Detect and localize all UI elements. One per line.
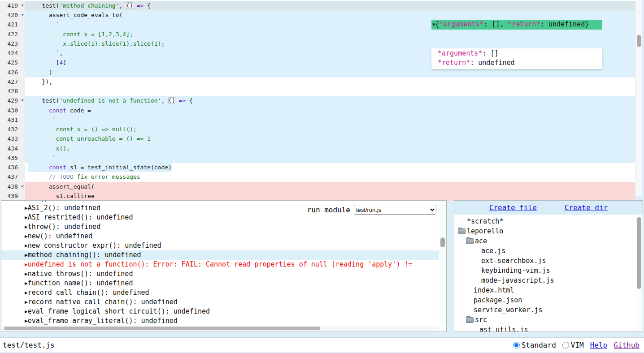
- file-tree-item[interactable]: *scratch*: [454, 216, 635, 226]
- test-result-item[interactable]: ▶undefined is not a function(): Error: F…: [1, 260, 439, 269]
- expand-triangle-icon[interactable]: ▶: [25, 280, 28, 286]
- gutter-cell[interactable]: 438: [0, 182, 25, 192]
- test-result-item[interactable]: ▶method chaining(): undefined: [1, 250, 439, 260]
- expand-triangle-icon[interactable]: ▶: [25, 233, 28, 239]
- expand-triangle-icon[interactable]: ▶: [25, 299, 28, 305]
- code-line[interactable]: 427 }),: [0, 77, 635, 87]
- tooltip-entry[interactable]: *return*: undefined: [438, 58, 602, 68]
- code-line[interactable]: 430 const code =: [0, 106, 635, 116]
- gutter-cell[interactable]: 428: [0, 86, 25, 96]
- fold-caret-icon[interactable]: [21, 4, 24, 7]
- file-tree-item[interactable]: package.json: [454, 295, 635, 305]
- code-line[interactable]: 432 const x = () => null();: [0, 125, 635, 134]
- code-line[interactable]: 429 test('undefined is not a function', …: [0, 96, 635, 106]
- gutter-cell[interactable]: 427: [0, 77, 25, 87]
- fold-caret-icon[interactable]: [21, 99, 24, 102]
- test-result-item[interactable]: ▶new(): undefined: [1, 232, 439, 241]
- code-line[interactable]: 436 const s1 = test_initial_state(code): [0, 163, 635, 172]
- help-link[interactable]: Help: [590, 341, 608, 349]
- file-tree-item[interactable]: ext-searchbox.js: [454, 256, 635, 266]
- code-line[interactable]: 435 `: [0, 153, 635, 163]
- code-line[interactable]: 431 `: [0, 115, 635, 125]
- code-line[interactable]: 433 const unreachable = () => 1: [0, 134, 635, 144]
- test-result-item[interactable]: ▶record native call chain(): undefined: [1, 297, 439, 307]
- expand-triangle-icon[interactable]: ▶: [25, 262, 28, 267]
- gutter-cell[interactable]: 423: [0, 39, 25, 49]
- gutter-cell[interactable]: 434: [0, 144, 25, 154]
- fold-caret-icon[interactable]: [21, 14, 24, 16]
- tooltip-entry[interactable]: *arguments*: []: [438, 49, 602, 58]
- code-line[interactable]: 437 // TODO fix error messages: [0, 172, 635, 182]
- code-token: 'undefined is not a function': [59, 97, 161, 104]
- expand-triangle-icon[interactable]: ▶: [25, 318, 28, 324]
- create-dir-link[interactable]: Create dir: [565, 203, 608, 212]
- file-tree-item[interactable]: service_worker.js: [454, 305, 635, 315]
- test-result-item[interactable]: ▶throw(): undefined: [1, 222, 439, 232]
- expand-triangle-icon[interactable]: ▶: [25, 252, 28, 258]
- gutter-cell[interactable]: 424: [0, 48, 25, 58]
- test-result-item[interactable]: ▶eval_frame array_literal(): undefined: [1, 316, 439, 326]
- gutter-cell[interactable]: 425: [0, 58, 25, 68]
- vim-radio-input[interactable]: [562, 342, 569, 349]
- code-token: [28, 164, 49, 171]
- fold-caret-icon[interactable]: [21, 185, 24, 188]
- create-file-link[interactable]: Create file: [489, 203, 537, 212]
- editor-scrollbar-thumb[interactable]: [637, 35, 641, 47]
- file-tree-item[interactable]: keybinding-vim.js: [454, 266, 635, 276]
- results-vertical-scrollbar-thumb[interactable]: [440, 237, 445, 247]
- standard-radio-input[interactable]: [513, 342, 520, 349]
- gutter-cell[interactable]: 436: [0, 163, 25, 172]
- keybinding-vim-radio[interactable]: VIM: [562, 341, 584, 349]
- code-token: `: [28, 155, 56, 161]
- file-tree-scrollbar[interactable]: [636, 215, 642, 331]
- gutter-cell[interactable]: 437: [0, 172, 25, 182]
- gutter-cell[interactable]: 420: [0, 10, 25, 20]
- gutter-cell[interactable]: 422: [0, 30, 25, 39]
- github-link[interactable]: Github: [614, 341, 640, 349]
- gutter-cell[interactable]: 421: [0, 20, 25, 30]
- gutter-cell[interactable]: 435: [0, 153, 25, 163]
- test-result-item[interactable]: ▶record call chain(): undefined: [1, 288, 439, 297]
- expand-triangle-icon[interactable]: ▶: [25, 271, 28, 277]
- run-module-select[interactable]: test/run.js: [354, 205, 436, 215]
- expand-triangle-icon[interactable]: ▶: [25, 309, 28, 314]
- expand-triangle-icon[interactable]: ▶: [25, 290, 28, 296]
- gutter-cell[interactable]: 432: [0, 125, 25, 134]
- code-line[interactable]: 438 assert_equal(: [0, 182, 635, 192]
- run-module-label: run module: [307, 206, 350, 214]
- results-horizontal-scrollbar-thumb[interactable]: [4, 327, 320, 330]
- file-tree-item[interactable]: leporello: [454, 226, 635, 236]
- gutter-cell[interactable]: 429: [0, 96, 25, 106]
- test-result-item[interactable]: ▶new constructor expr(): undefined: [1, 241, 439, 250]
- test-result-item[interactable]: ▶native throws(): undefined: [1, 269, 439, 279]
- results-vertical-scrollbar[interactable]: [439, 201, 446, 325]
- gutter-cell[interactable]: 433: [0, 134, 25, 144]
- gutter-cell[interactable]: 439: [0, 191, 25, 201]
- code-line[interactable]: 439 s1.calltree: [0, 191, 635, 201]
- keybinding-standard-radio[interactable]: Standard: [513, 341, 556, 349]
- gutter-cell[interactable]: 419: [0, 1, 25, 11]
- test-result-item[interactable]: ▶function name(): undefined: [1, 279, 439, 288]
- results-horizontal-scrollbar[interactable]: [2, 326, 439, 331]
- expand-triangle-icon[interactable]: ▶: [25, 224, 28, 230]
- code-line[interactable]: 434 x();: [0, 144, 635, 154]
- expand-triangle-icon[interactable]: ▶: [25, 205, 28, 211]
- file-tree-item[interactable]: ace: [454, 236, 635, 246]
- file-tree-scrollbar-thumb[interactable]: [637, 217, 641, 289]
- expand-triangle-icon[interactable]: ▶: [25, 201, 28, 202]
- test-result-item[interactable]: ▶eval_frame logical short circuit(): und…: [1, 307, 439, 316]
- expand-triangle-icon[interactable]: ▶: [25, 243, 28, 249]
- editor-scrollbar[interactable]: [635, 0, 642, 196]
- file-tree-item[interactable]: index.html: [454, 285, 635, 295]
- gutter-cell[interactable]: 431: [0, 115, 25, 125]
- file-tree-item[interactable]: src: [454, 315, 635, 325]
- code-line[interactable]: 428: [0, 86, 635, 96]
- file-tree-item[interactable]: ace.js: [454, 246, 635, 256]
- expand-triangle-icon[interactable]: ▶: [25, 215, 28, 220]
- file-tree-item[interactable]: mode-javascript.js: [454, 276, 635, 285]
- file-tree-item[interactable]: ast_utils.js: [454, 325, 635, 331]
- code-token: [175, 97, 179, 104]
- gutter-cell[interactable]: 426: [0, 68, 25, 77]
- value-tooltip-header[interactable]: ▼{*arguments*: [], *return*: undefined}: [431, 20, 602, 30]
- gutter-cell[interactable]: 430: [0, 106, 25, 116]
